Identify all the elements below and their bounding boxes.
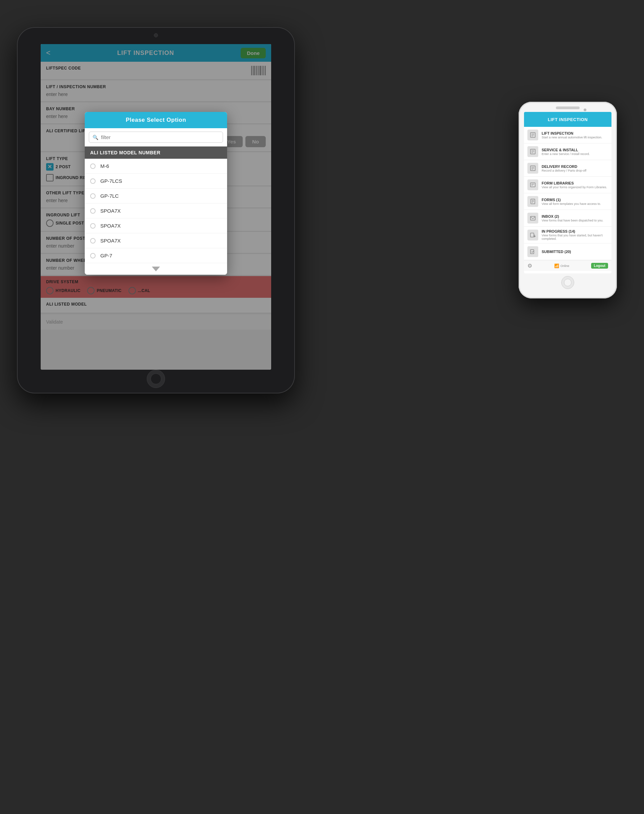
form-libraries-title: Form Libraries [542,181,608,185]
modal-item-m6-radio[interactable] [90,163,96,169]
service-install-text: SERVICE & INSTALL Enter a new Service / … [542,148,608,156]
modal-item-gp7[interactable]: GP-7 [85,248,227,263]
phone-status: 📶 Online [554,264,569,268]
form-libraries-text: Form Libraries View all your forms organ… [542,181,608,189]
phone-header: LIFT INSPECTION [524,112,612,127]
phone-home-button[interactable] [561,276,574,289]
delivery-icon [527,163,538,174]
phone-speaker [556,106,580,109]
modal-overlay[interactable]: Please Select Option 🔍 ALI LISTED MODEL … [41,44,271,370]
phone-footer: ⚙ 📶 Online Logout [524,260,612,271]
scene: < LIFT INSPECTION Done LiftSPEC Code [0,0,644,814]
modal-item-spoa7x-3[interactable]: SPOA7X [85,233,227,248]
phone-menu-submitted[interactable]: Submitted (20) [524,244,612,260]
lift-inspection-text: LIFT INSPECTION Start a new annual autom… [542,131,608,139]
arrow-down-icon [152,267,160,271]
service-install-title: SERVICE & INSTALL [542,148,608,152]
in-progress-title: In Progress (14) [542,229,608,233]
modal-box: Please Select Option 🔍 ALI LISTED MODEL … [85,112,227,275]
phone-menu-inbox[interactable]: Inbox (2) View forms that have been disp… [524,210,612,227]
phone-menu-delivery[interactable]: DELIVERY RECORD Record a delivery / Part… [524,160,612,177]
in-progress-subtitle: View forms that you have started, but ha… [542,234,608,241]
form-libraries-subtitle: View all your forms organized by Form Li… [542,186,608,189]
phone: LIFT INSPECTION LIFT INSPECTION Start a … [518,102,617,298]
in-progress-text: In Progress (14) View forms that you hav… [542,229,608,241]
in-progress-icon [527,230,538,241]
forms-title: Forms (1) [542,198,608,202]
svg-rect-12 [531,183,535,187]
modal-item-spoa7x-3-label: SPOA7X [100,238,121,244]
modal-item-gp7lcs-radio[interactable] [90,178,96,184]
modal-section-title: ALI LISTED MODEL NUMBER [90,150,222,155]
wifi-icon: 📶 [554,264,559,268]
modal-item-spoa7x-2-radio[interactable] [90,223,96,229]
submitted-title: Submitted (20) [542,250,608,254]
modal-item-spoa7x-2-label: SPOA7X [100,223,121,229]
modal-item-spoa7x-1[interactable]: SPOA7X [85,204,227,218]
inbox-icon [527,213,538,224]
delivery-subtitle: Record a delivery / Parts drop-off [542,169,608,172]
modal-search-area: 🔍 [85,128,227,146]
modal-item-gp7-label: GP-7 [100,253,112,258]
tablet: < LIFT INSPECTION Done LiftSPEC Code [17,27,295,393]
lift-inspection-icon [527,129,538,140]
modal-search-inner: 🔍 [89,132,223,143]
modal-search-input[interactable] [101,134,219,140]
svg-rect-19 [531,217,535,220]
modal-item-gp7lc-label: GP-7LC [100,193,119,199]
phone-menu-in-progress[interactable]: In Progress (14) View forms that you hav… [524,227,612,244]
settings-icon[interactable]: ⚙ [527,263,532,269]
submitted-text: Submitted (20) [542,250,608,254]
phone-screen: LIFT INSPECTION LIFT INSPECTION Start a … [524,112,612,273]
forms-text: Forms (1) View all form templates you ha… [542,198,608,206]
tablet-home-button[interactable] [147,370,165,388]
modal-item-m6-label: M-6 [100,163,109,169]
svg-rect-20 [531,233,534,237]
modal-item-gp7lc[interactable]: GP-7LC [85,189,227,204]
service-install-icon [527,146,538,157]
inbox-text: Inbox (2) View forms that have been disp… [542,214,608,222]
phone-menu-service-install[interactable]: SERVICE & INSTALL Enter a new Service / … [524,143,612,160]
search-icon: 🔍 [92,135,98,140]
inbox-subtitle: View forms that have been dispatched to … [542,219,608,222]
form-libraries-icon [527,180,538,190]
delivery-text: DELIVERY RECORD Record a delivery / Part… [542,164,608,172]
modal-item-gp7lc-radio[interactable] [90,194,96,199]
modal-item-gp7-radio[interactable] [90,253,96,258]
modal-item-gp7lcs-label: GP-7LCS [100,178,122,184]
phone-menu-lift-inspection[interactable]: LIFT INSPECTION Start a new annual autom… [524,127,612,143]
modal-item-gp7lcs[interactable]: GP-7LCS [85,174,227,189]
submitted-icon [527,246,538,257]
tablet-screen: < LIFT INSPECTION Done LiftSPEC Code [41,44,271,370]
phone-menu: LIFT INSPECTION Start a new annual autom… [524,127,612,260]
service-install-subtitle: Enter a new Service / Install record. [542,152,608,156]
modal-item-spoa7x-2[interactable]: SPOA7X [85,218,227,233]
lift-inspection-subtitle: Start a new annual automotive lift inspe… [542,136,608,139]
delivery-title: DELIVERY RECORD [542,164,608,169]
phone-home-inner [564,279,572,286]
modal-item-spoa7x-1-radio[interactable] [90,208,96,213]
modal-item-spoa7x-1-label: SPOA7X [100,208,121,213]
forms-subtitle: View all form templates you have access … [542,202,608,206]
modal-section-header: ALI LISTED MODEL NUMBER [85,146,227,159]
online-status: Online [561,264,569,267]
modal-scroll-indicator [85,263,227,275]
lift-inspection-title: LIFT INSPECTION [542,131,608,135]
logout-button[interactable]: Logout [591,263,608,269]
modal-header: Please Select Option [85,112,227,128]
forms-icon [527,196,538,207]
modal-item-m6[interactable]: M-6 [85,159,227,174]
modal-item-spoa7x-3-radio[interactable] [90,238,96,244]
modal-title: Please Select Option [90,117,222,123]
phone-camera [584,109,586,111]
tablet-home-inner [150,373,161,384]
phone-menu-forms[interactable]: Forms (1) View all form templates you ha… [524,194,612,210]
phone-app-title: LIFT INSPECTION [548,117,588,122]
inbox-title: Inbox (2) [542,214,608,218]
tablet-camera [154,33,158,37]
phone-menu-form-libraries[interactable]: Form Libraries View all your forms organ… [524,177,612,194]
